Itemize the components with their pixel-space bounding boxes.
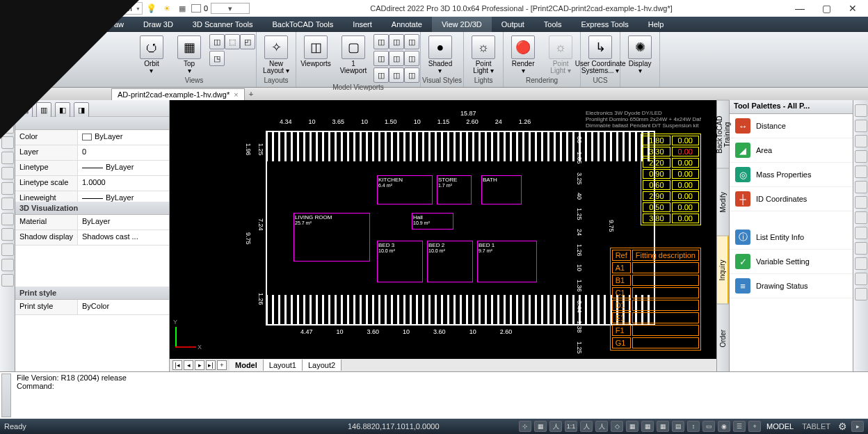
prop-tb-btn[interactable]: ◨ [74, 102, 89, 118]
rtb-btn[interactable] [855, 166, 867, 178]
palette-variable-setting[interactable]: ✓Variable Setting [730, 250, 853, 274]
layout-add[interactable]: + [217, 360, 227, 370]
menu-tools[interactable]: Tools [534, 17, 572, 32]
ltb-btn[interactable] [1, 198, 14, 210]
rtb-btn[interactable] [855, 242, 867, 255]
palette-id-coordinates[interactable]: ┼ID Coordinates [730, 187, 853, 211]
ribbon-point-button[interactable]: ☼Point Light ▾ [465, 33, 501, 77]
ribbon-shaded-button[interactable]: ●Shaded ▾ [422, 33, 458, 77]
ltb-btn[interactable] [1, 259, 14, 271]
prop-val[interactable]: ByLayer [78, 191, 169, 202]
side-tab-modify[interactable]: Modify [717, 168, 729, 236]
sb-model[interactable]: MODEL [764, 422, 796, 431]
prop-val[interactable]: ByColor [78, 300, 169, 314]
prop-val[interactable]: 1.0000 [78, 176, 169, 191]
menu-output[interactable]: Output [492, 17, 534, 32]
prop-row[interactable]: Layer0 [15, 145, 169, 161]
side-tab-backtocad-training[interactable]: BackToCAD Training [717, 100, 729, 168]
side-tab-inquiry[interactable]: Inquiry [717, 236, 729, 304]
sb-btn[interactable]: ▦ [534, 421, 547, 432]
ribbon-viewports-button[interactable]: ◫Viewports [298, 33, 334, 70]
rtb-btn[interactable] [855, 257, 867, 270]
menu-annotate[interactable]: Annotate [382, 17, 432, 32]
layout-tab-model[interactable]: Model [230, 360, 264, 371]
rtb-btn[interactable] [855, 120, 867, 132]
prop-section-print[interactable]: Print style [15, 287, 169, 300]
sb-btn[interactable]: 人 [549, 421, 562, 432]
prop-row[interactable]: MaterialByLayer [15, 215, 169, 230]
sb-btn[interactable]: 人 [580, 421, 593, 432]
tab-close-icon[interactable]: × [234, 90, 238, 99]
palette-distance[interactable]: ↔Distance [730, 114, 853, 138]
ribbon-small-button[interactable]: ◳ [209, 51, 225, 66]
sb-btn[interactable]: ▦ [657, 421, 669, 432]
prop-row[interactable]: ColorByLayer [15, 130, 169, 145]
ribbon-orbit-button[interactable]: ⭯Orbit ▾ [134, 33, 170, 77]
qat-bulb-icon[interactable]: 💡 [145, 2, 158, 15]
sb-btn[interactable]: ▦ [626, 421, 638, 432]
rtb-btn[interactable] [855, 227, 867, 239]
palette-mass-properties[interactable]: ◎Mass Properties [730, 163, 853, 187]
ribbon-display-button[interactable]: ✺Display ▾ [622, 33, 658, 77]
sb-btn[interactable]: 人 [595, 421, 608, 432]
qat-sun-icon[interactable]: ☀ [161, 2, 173, 15]
layout-nav-last[interactable]: ▸| [206, 360, 216, 370]
ribbon-small-button[interactable]: ◫ [209, 34, 225, 49]
rtb-btn[interactable] [855, 288, 867, 300]
ltb-btn[interactable] [1, 136, 14, 149]
layout-tab-layout2[interactable]: Layout2 [303, 360, 341, 371]
ltb-btn[interactable] [1, 274, 14, 287]
ribbon-small-button[interactable]: ◫ [373, 67, 389, 83]
rtb-btn[interactable] [855, 150, 867, 163]
prop-row[interactable]: LineweightByLayer [15, 191, 169, 202]
ribbon-small-button[interactable]: ⬚ [225, 34, 240, 49]
menu-3d-scanner-tools[interactable]: 3D Scanner Tools [183, 17, 263, 32]
layout-nav-prev[interactable]: ◂ [184, 360, 193, 370]
rtb-btn[interactable] [855, 196, 867, 209]
qat-grid-icon[interactable]: ▦ [176, 2, 188, 15]
prop-row[interactable]: Print styleByColor [15, 300, 169, 315]
command-line[interactable]: File Version: R18 (2004) release Command… [0, 371, 868, 419]
menu-backtocad-tools[interactable]: BackToCAD Tools [262, 17, 343, 32]
prop-val[interactable]: Shadows cast ... [78, 230, 169, 245]
side-tab-order[interactable]: Order [717, 304, 729, 372]
ribbon-small-button[interactable]: ◫ [404, 51, 419, 66]
prop-val[interactable]: ByLayer [78, 215, 169, 230]
menu-express-tools[interactable]: Express Tools [572, 17, 638, 32]
layout-tab-layout1[interactable]: Layout1 [264, 360, 303, 371]
menu-view-2d-3d[interactable]: View 2D/3D [432, 17, 492, 32]
prop-row[interactable]: Linetype scale1.0000 [15, 176, 169, 191]
sb-btn[interactable]: + [748, 421, 761, 432]
maximize-button[interactable]: ▢ [819, 3, 833, 14]
menu-help[interactable]: Help [638, 17, 674, 32]
ribbon-user-coordinate-button[interactable]: ↳User Coordinate Systems... ▾ [582, 33, 618, 77]
sb-btn[interactable]: 1:1 [565, 421, 577, 432]
palette-area[interactable]: ◢Area [730, 138, 853, 163]
ribbon-1-button[interactable]: ▢1 Viewport [335, 33, 371, 77]
ltb-btn[interactable] [1, 152, 14, 164]
prop-tb-btn[interactable]: ◧ [55, 102, 70, 118]
prop-val[interactable]: 0 [78, 145, 169, 160]
ltb-btn[interactable] [1, 243, 14, 256]
menu-insert[interactable]: Insert [343, 17, 382, 32]
sb-btn[interactable]: ◇ [611, 421, 623, 432]
prop-row[interactable]: LinetypeByLayer [15, 161, 169, 176]
ribbon-new-button[interactable]: ✧New Layout ▾ [258, 33, 294, 77]
minimize-button[interactable]: — [793, 3, 807, 14]
drawing-canvas[interactable]: Electronics 3W Dyode DY/LED Pronlight Do… [170, 100, 716, 371]
qat-layer-swatch[interactable] [191, 4, 201, 13]
prop-row[interactable]: Shadow displayShadows cast ... [15, 230, 169, 246]
sb-tablet[interactable]: TABLET [799, 422, 833, 431]
document-tab[interactable]: AD-print2cad-example-1-hv.dwg* × [111, 88, 245, 100]
tab-add-button[interactable]: + [249, 90, 253, 98]
ribbon-small-button[interactable]: ◫ [404, 34, 419, 49]
ribbon-small-button[interactable]: ◫ [389, 51, 404, 66]
ribbon-point-button[interactable]: ☼Point Light ▾ [542, 33, 579, 77]
qat-dropdown-wide[interactable]: ▾ [211, 3, 250, 14]
rtb-btn[interactable] [855, 104, 867, 117]
sb-btn[interactable]: ↕ [687, 421, 700, 432]
close-button[interactable]: ✕ [846, 3, 860, 14]
ribbon-small-button[interactable]: ◫ [373, 34, 389, 49]
ribbon-small-button[interactable]: ◫ [389, 34, 404, 49]
sb-btn[interactable]: ▭ [702, 421, 715, 432]
